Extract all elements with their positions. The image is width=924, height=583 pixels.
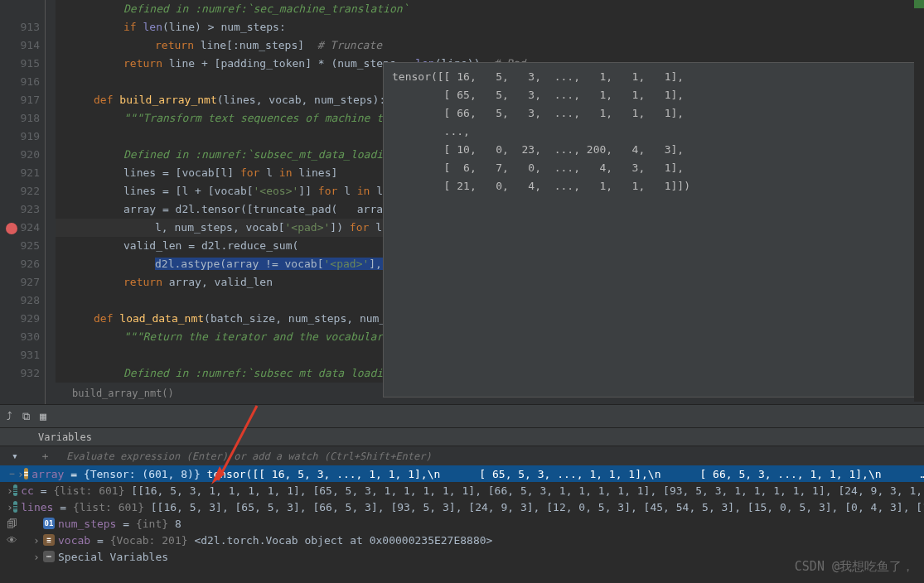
evaluate-popup: tensor([[ 16, 5, 3, ..., 1, 1, 1], [ 65,… <box>383 62 924 398</box>
var-num-steps[interactable]: 🗐 01 num_steps = {int} 8 <box>0 515 924 532</box>
variables-tab[interactable]: Variables <box>0 427 924 446</box>
var-array[interactable]: － › ≡ array = {Tensor: (601, 8)} tensor(… <box>0 465 924 482</box>
filter-icon[interactable]: ⧉ <box>22 410 30 423</box>
evaluate-input[interactable] <box>60 448 924 465</box>
watch-row: ▾ ＋ <box>0 446 924 465</box>
calculator-icon[interactable]: ▦ <box>40 410 46 422</box>
line-number-gutter: 913914915916 917918919920 921922923 924 … <box>0 0 46 404</box>
show-icon[interactable]: 👁 <box>7 534 33 547</box>
editor-scrollbar[interactable] <box>914 0 924 402</box>
debug-toolbar: ⤴ ⧉ ▦ <box>0 404 924 427</box>
var-cc[interactable]: › ≡ cc = {list: 601} [[16, 5, 3, 1, 1, 1… <box>0 482 924 499</box>
fold-column <box>46 0 56 404</box>
restore-layout-icon[interactable]: ⤴ <box>7 410 12 422</box>
variables-panel: － › ≡ array = {Tensor: (601, 8)} tensor(… <box>0 465 924 583</box>
var-lines[interactable]: › ≡ lines = {list: 601} [[16, 5, 3], [65… <box>0 499 924 515</box>
code-area[interactable]: Defined in :numref:`sec_machine_translat… <box>56 0 924 404</box>
copy-icon[interactable]: 🗐 <box>7 518 33 530</box>
add-watch-button[interactable]: ＋ <box>30 449 60 464</box>
var-vocab[interactable]: 👁› ≡ vocab = {Vocab: 201} <d2l.torch.Voc… <box>0 532 924 548</box>
collapse-icon[interactable]: ▾ <box>0 450 30 462</box>
breakpoint-icon[interactable] <box>6 223 17 234</box>
var-special[interactable]: › ⋯ Special Variables <box>0 548 924 565</box>
watermark: CSDN @我想吃鱼了， <box>795 559 914 575</box>
editor-pane: 913914915916 917918919920 921922923 924 … <box>0 0 924 404</box>
